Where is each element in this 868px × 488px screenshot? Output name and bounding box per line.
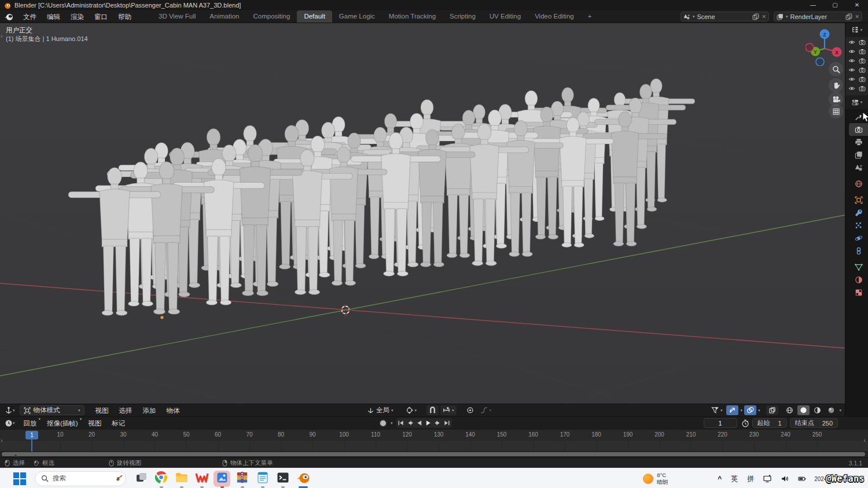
shading-material-button[interactable] xyxy=(811,405,823,415)
jump-to-end-button[interactable] xyxy=(443,418,452,428)
timeline-scrollbar[interactable] xyxy=(2,452,865,456)
snap-target-dropdown[interactable]: ▾ xyxy=(440,405,457,415)
timeline-menu-标记[interactable]: 标记 xyxy=(106,417,130,430)
use-preview-range-icon[interactable] xyxy=(741,419,749,427)
mode-dropdown[interactable]: 物体模式 ▾ xyxy=(20,405,84,415)
duplicate-icon[interactable] xyxy=(752,13,759,20)
toolbar-collapse-arrow[interactable]: › xyxy=(1,32,3,39)
viewport-menu-物体[interactable]: 物体 xyxy=(161,404,185,417)
pivot-point-dropdown[interactable]: ▾ xyxy=(403,405,420,415)
zoom-view-button[interactable] xyxy=(829,62,843,76)
workspace-tab-default[interactable]: Default xyxy=(297,10,332,23)
render-layer-name[interactable]: RenderLayer xyxy=(790,13,843,20)
timeline-channels[interactable] xyxy=(0,441,868,451)
shading-rendered-button[interactable] xyxy=(825,405,837,415)
properties-tab-modifiers-icon[interactable] xyxy=(849,206,868,219)
scene-name[interactable]: Scene xyxy=(697,13,750,20)
unlink-icon[interactable]: ✕ xyxy=(855,14,859,20)
workspace-tab-compositing[interactable]: Compositing xyxy=(246,10,297,23)
playhead-line[interactable] xyxy=(31,439,32,452)
properties-tab-scene-icon[interactable] xyxy=(849,161,868,174)
render-layer-selector[interactable]: ▾ RenderLayer ✕ xyxy=(774,12,862,21)
properties-tab-object-icon[interactable] xyxy=(849,194,868,206)
proportional-falloff-dropdown[interactable]: ▾ xyxy=(478,405,494,415)
taskbar-icon-blender[interactable] xyxy=(293,469,313,488)
properties-editor-type[interactable]: ▾ xyxy=(851,95,863,109)
disable-in-renders-toggle-camera-icon[interactable] xyxy=(859,84,866,94)
next-keyframe-button[interactable] xyxy=(433,418,443,428)
timeline-menu-抠像(插帧)[interactable]: 抠像(插帧) xyxy=(42,417,83,430)
workspace-tab-video-editing[interactable]: Video Editing xyxy=(528,10,581,23)
gizmo-x-neg-axis[interactable] xyxy=(806,43,814,51)
taskbar-icon-terminal[interactable] xyxy=(273,469,293,488)
maximize-button[interactable]: ▢ xyxy=(824,0,846,10)
taskbar-icon-photos[interactable] xyxy=(212,469,232,488)
properties-tab-world-icon[interactable] xyxy=(849,178,868,190)
start-button[interactable] xyxy=(13,472,27,486)
viewport-menu-视图[interactable]: 视图 xyxy=(90,404,114,417)
timeline-collapse-arrow-right[interactable]: ‹ xyxy=(863,437,866,443)
battery-icon[interactable] xyxy=(798,475,806,483)
cast-display-icon[interactable] xyxy=(763,475,771,483)
taskbar-icon-notepad[interactable] xyxy=(252,469,273,488)
viewport-menu-添加[interactable]: 添加 xyxy=(138,404,161,417)
jump-to-start-button[interactable] xyxy=(396,418,406,428)
workspace-tab-+[interactable]: + xyxy=(581,10,599,23)
current-frame-field[interactable]: 1 xyxy=(704,418,737,428)
unlink-icon[interactable]: ✕ xyxy=(762,14,766,20)
taskbar-icon-chrome[interactable] xyxy=(151,469,171,488)
workspace-tab-motion-tracking[interactable]: Motion Tracking xyxy=(382,10,443,23)
tray-chevron-up[interactable]: ^ xyxy=(718,475,722,483)
prev-keyframe-button[interactable] xyxy=(406,418,415,428)
toggle-ortho-grid-button[interactable] xyxy=(829,104,843,119)
workspace-tab-animation[interactable]: Animation xyxy=(203,10,246,23)
auto-keying-button[interactable] xyxy=(379,419,387,427)
taskbar-icon-task-view[interactable] xyxy=(131,469,151,488)
proportional-editing-button[interactable] xyxy=(464,405,476,415)
properties-tab-output-icon[interactable] xyxy=(849,136,868,149)
frame-start-field[interactable]: 起始 1 xyxy=(752,418,787,428)
taskbar-icon-file-explorer[interactable] xyxy=(171,469,192,488)
close-button[interactable]: ✕ xyxy=(846,0,868,10)
menu-文件[interactable]: 文件 xyxy=(18,13,42,20)
speaker-icon[interactable] xyxy=(781,475,789,483)
menu-窗口[interactable]: 窗口 xyxy=(89,13,113,20)
workspace-tab-3d-view-full[interactable]: 3D View Full xyxy=(152,10,203,23)
weather-widget[interactable]: 8°C 晴朗 xyxy=(643,472,668,486)
properties-tab-texture-icon[interactable] xyxy=(849,286,868,299)
properties-tab-render-icon[interactable] xyxy=(849,123,868,136)
timeline-strip[interactable]: 1020304050607080901001101201301401501601… xyxy=(0,429,868,457)
outliner-editor-type[interactable]: ▾ xyxy=(851,23,863,37)
blender-logo-icon[interactable] xyxy=(4,12,13,21)
gizmo-z-neg-axis[interactable] xyxy=(816,58,824,66)
workspace-tab-game-logic[interactable]: Game Logic xyxy=(332,10,382,23)
human-models-crowd[interactable] xyxy=(68,79,695,316)
properties-tab-physics-icon[interactable] xyxy=(849,232,868,245)
show-overlays-toggle[interactable] xyxy=(744,405,756,415)
frame-end-field[interactable]: 结束点 250 xyxy=(790,418,838,428)
properties-tab-view-layer-icon[interactable] xyxy=(849,149,868,161)
menu-渲染[interactable]: 渲染 xyxy=(65,13,89,20)
ime-拼[interactable]: 拼 xyxy=(747,474,754,484)
timeline-ruler[interactable]: 1020304050607080901001101201301401501601… xyxy=(0,430,868,441)
viewport-menu-选择[interactable]: 选择 xyxy=(114,404,138,417)
minimize-button[interactable]: — xyxy=(802,0,824,10)
properties-tab-constraints-icon[interactable] xyxy=(849,245,868,257)
workspace-tab-uv-editing[interactable]: UV Editing xyxy=(483,10,528,23)
show-gizmo-toggle[interactable] xyxy=(726,405,738,415)
pan-view-button[interactable] xyxy=(829,78,843,93)
editor-type-timeline-icon[interactable] xyxy=(5,419,13,427)
shading-wireframe-button[interactable] xyxy=(784,405,796,415)
properties-tab-data-icon[interactable] xyxy=(849,261,868,273)
toggle-xray-button[interactable] xyxy=(766,405,778,415)
scene-selector[interactable]: ▾ Scene ✕ xyxy=(681,12,769,21)
timeline-expand-arrow-left[interactable]: › xyxy=(1,437,3,443)
shading-solid-button[interactable] xyxy=(797,405,810,415)
menu-帮助[interactable]: 帮助 xyxy=(113,13,137,20)
play-reverse-button[interactable] xyxy=(415,418,424,428)
workspace-tab-scripting[interactable]: Scripting xyxy=(443,10,483,23)
hide-in-viewport-toggle-eye-icon[interactable] xyxy=(848,84,855,94)
object-visibility-dropdown[interactable]: ▾ xyxy=(709,405,725,415)
taskbar-icon-wps[interactable] xyxy=(192,469,212,488)
3d-viewport[interactable]: › 用户正交 (1) 场景集合 | 1 Humano.014 Z X Y xyxy=(0,23,845,404)
